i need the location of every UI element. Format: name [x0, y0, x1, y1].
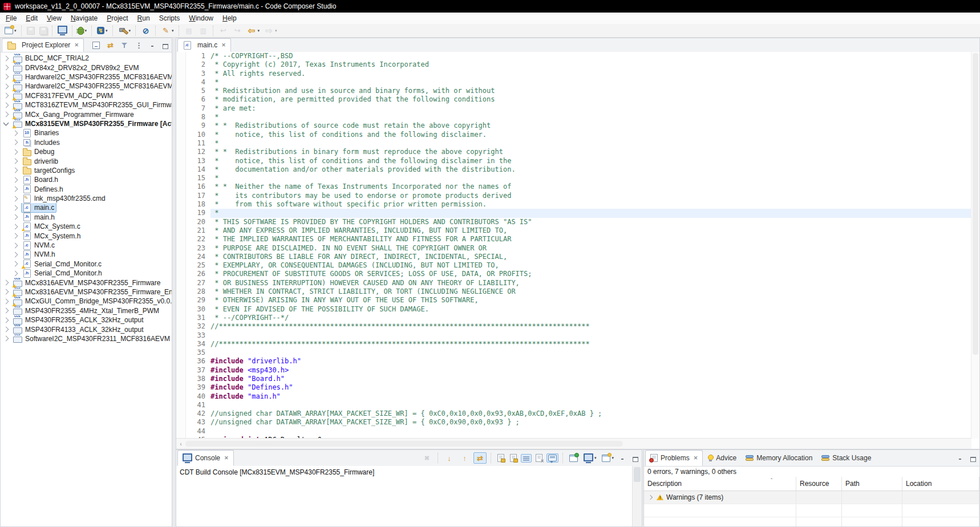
maximize-button[interactable]: [967, 454, 976, 462]
scroll-up-button[interactable]: ↑: [458, 452, 471, 464]
chevron-right-icon[interactable]: [3, 317, 9, 323]
remove-terminated-button[interactable]: ✖: [420, 452, 434, 464]
open-console-button[interactable]: ▾: [600, 453, 615, 463]
chevron-right-icon[interactable]: [13, 261, 18, 267]
scrollbar-thumb[interactable]: [973, 53, 978, 355]
chevron-down-icon[interactable]: [3, 120, 9, 126]
tree-item[interactable]: lnk_msp430fr2355.cmd: [1, 194, 172, 203]
menu-help[interactable]: Help: [218, 13, 241, 23]
chevron-right-icon[interactable]: [13, 214, 18, 220]
debug-button[interactable]: ▾: [76, 26, 89, 36]
menu-file[interactable]: File: [1, 13, 21, 23]
close-icon[interactable]: [221, 42, 226, 48]
tree-item[interactable]: BLDC_MCF_TRIAL2: [1, 54, 172, 63]
tree-item[interactable]: Serial_Cmd_Monitor.h: [1, 269, 172, 278]
chevron-right-icon[interactable]: [3, 336, 9, 342]
show-stderr-button[interactable]: [508, 453, 519, 463]
tab-console[interactable]: Console: [177, 450, 234, 466]
word-wrap-button[interactable]: [521, 454, 532, 463]
tree-item[interactable]: MCx8315EVM_MSP430FR2355_Firmware [Active…: [1, 119, 172, 128]
chevron-right-icon[interactable]: [3, 327, 9, 333]
display-console-button[interactable]: ▾: [582, 454, 598, 463]
chevron-right-icon[interactable]: [3, 298, 9, 304]
show-stdout-button[interactable]: [496, 453, 506, 463]
new-wizard-button[interactable]: ▾: [3, 26, 18, 35]
chevron-right-icon[interactable]: [13, 205, 18, 210]
column-header-resource[interactable]: Resource: [796, 477, 842, 490]
chevron-right-icon[interactable]: [3, 112, 9, 117]
menu-run[interactable]: Run: [133, 13, 155, 23]
tab-main-c[interactable]: main.c: [177, 38, 231, 52]
chevron-right-icon[interactable]: [3, 280, 9, 286]
editor-horizontal-scrollbar[interactable]: [176, 438, 971, 449]
chevron-right-icon[interactable]: [13, 252, 18, 257]
scrollbar-thumb[interactable]: [185, 441, 623, 447]
tree-item[interactable]: NVM.c: [1, 241, 172, 250]
tree-item[interactable]: Serial_Cmd_Monitor.c: [1, 260, 172, 269]
menu-view[interactable]: View: [42, 13, 66, 23]
chevron-right-icon[interactable]: [13, 187, 18, 192]
tree-item[interactable]: Board.h: [1, 175, 172, 184]
tab-problems[interactable]: Problems: [645, 450, 703, 466]
tree-item[interactable]: MCx8316AEVM_MSP430FR2355_Firmware: [1, 278, 172, 287]
column-header-description[interactable]: Descriptionˆ: [644, 477, 796, 490]
last-edit-location-button[interactable]: ↩: [217, 25, 230, 37]
pen-tool-button[interactable]: ✎▾: [159, 25, 176, 37]
chevron-right-icon[interactable]: [3, 289, 9, 295]
annotation-ruler[interactable]: [176, 52, 186, 439]
close-icon[interactable]: [74, 42, 79, 48]
chevron-right-icon[interactable]: [13, 130, 18, 136]
close-icon[interactable]: [694, 455, 698, 461]
chevron-right-icon[interactable]: [648, 495, 653, 500]
minimize-button[interactable]: [148, 41, 157, 49]
maximize-button[interactable]: [629, 454, 638, 462]
tree-item[interactable]: MCx8316AEVM_MSP430FR2355_Firmware_Enhanc…: [1, 287, 172, 297]
collapse-all-button[interactable]: [91, 40, 102, 50]
scroll-down-button[interactable]: ↓: [443, 452, 456, 464]
chevron-right-icon[interactable]: [3, 308, 9, 314]
chevron-right-icon[interactable]: [13, 233, 18, 239]
scrollbar-thumb[interactable]: [634, 467, 641, 482]
column-header-path[interactable]: Path: [842, 477, 902, 490]
next-edit-location-button[interactable]: ↪: [231, 25, 244, 37]
tree-item[interactable]: MCx_System.h: [1, 231, 172, 240]
editor-vertical-scrollbar[interactable]: [971, 52, 979, 439]
code-editor[interactable]: 1/* --COPYRIGHT--,BSD2 * Copyright (c) 2…: [186, 52, 971, 439]
save-button[interactable]: [25, 26, 37, 36]
link-console-button[interactable]: ⇄: [473, 452, 487, 464]
tree-item[interactable]: MSP430FR4133_ACLK_32kHz_output: [1, 325, 172, 334]
tree-item[interactable]: SoftwareI2C_MSP430FR2311_MCF8316AEVM: [1, 334, 172, 343]
tree-item[interactable]: Includes: [1, 138, 172, 147]
save-all-button[interactable]: [38, 26, 49, 36]
menu-project[interactable]: Project: [102, 13, 132, 23]
minimize-button[interactable]: [618, 454, 627, 462]
show-on-output-button[interactable]: [546, 453, 558, 463]
forward-button[interactable]: ⇨▾: [262, 25, 279, 37]
chevron-right-icon[interactable]: [13, 159, 18, 164]
tree-item[interactable]: main.c: [1, 203, 172, 212]
tree-item[interactable]: driverlib: [1, 156, 172, 165]
target-monitor-button[interactable]: [56, 26, 69, 35]
maximize-button[interactable]: [159, 41, 168, 49]
tree-item[interactable]: MCF8317FEVM_ADC_PWM: [1, 91, 172, 100]
scroll-left-icon[interactable]: [176, 440, 185, 447]
tree-item[interactable]: NVM.h: [1, 250, 172, 259]
chevron-right-icon[interactable]: [3, 65, 9, 71]
chevron-right-icon[interactable]: [3, 74, 9, 80]
back-button[interactable]: ⇦▾: [245, 25, 262, 37]
tree-item[interactable]: MCxGUI_Comm_Bridge_MSP430FR2355_v0.0.2: [1, 297, 172, 306]
tab-project-explorer[interactable]: Project Explorer: [2, 38, 84, 52]
link-editor-button[interactable]: ⇄: [104, 39, 117, 51]
tree-item[interactable]: targetConfigs: [1, 166, 172, 175]
tree-item[interactable]: MSP430FR2355_ACLK_32kHz_output: [1, 315, 172, 325]
tree-item[interactable]: HardwareI2C_MSP430FR2355_MCF8316AEVM: [1, 72, 172, 82]
pin-console-button[interactable]: [568, 453, 580, 463]
chevron-right-icon[interactable]: [13, 196, 18, 201]
clear-console-button[interactable]: [534, 453, 544, 463]
tree-item[interactable]: MSP430FR2355_4MHz_Xtal_TimerB_PWM: [1, 306, 172, 315]
chevron-right-icon[interactable]: [13, 224, 18, 229]
tab-stack-usage[interactable]: Stack Usage: [817, 450, 876, 466]
minimize-button[interactable]: [955, 454, 965, 462]
build-hammer-button[interactable]: ▾: [116, 25, 133, 37]
flash-button[interactable]: ↯▾: [95, 26, 110, 35]
